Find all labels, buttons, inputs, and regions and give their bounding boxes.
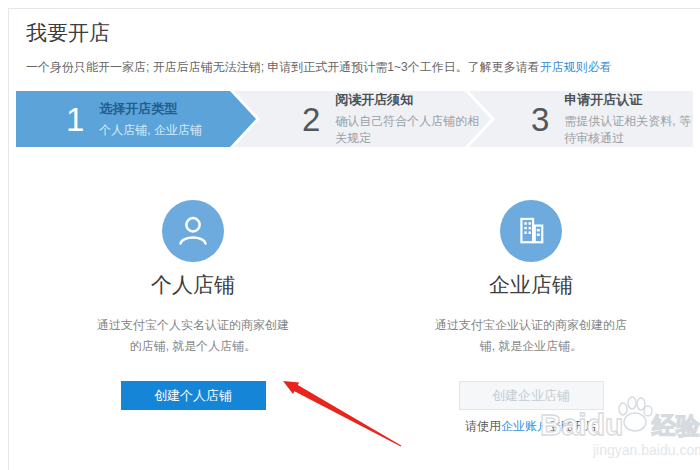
- person-icon: [162, 200, 224, 262]
- desc-line: 通过支付宝个人实名认证的商家创建: [53, 315, 333, 336]
- step-number: 3: [531, 103, 549, 136]
- shop-rules-link[interactable]: 开店规则必看: [540, 60, 612, 74]
- page-title: 我要开店: [26, 19, 110, 47]
- step-title: 选择开店类型: [99, 100, 202, 118]
- building-icon: [500, 200, 562, 262]
- step-subtitle: 个人店铺, 企业店铺: [99, 122, 202, 139]
- enterprise-login-note: 请使用企业账户登陆开店: [391, 418, 671, 435]
- progress-steps: 1 选择开店类型 个人店铺, 企业店铺 2 阅读开店须知 确认自己符合个人店铺的…: [16, 91, 693, 147]
- note-text: 登陆开店: [549, 419, 597, 433]
- content-panel: 我要开店 一个身份只能开一家店; 开店后店铺无法注销; 申请到正式开通预计需1~…: [8, 8, 700, 470]
- note-text: 请使用: [465, 419, 501, 433]
- personal-shop-title: 个人店铺: [53, 271, 333, 299]
- step-subtitle: 需提供认证相关资料, 等待审核通过: [564, 113, 693, 147]
- page-subtitle: 一个身份只能开一家店; 开店后店铺无法注销; 申请到正式开通预计需1~3个工作日…: [26, 59, 612, 76]
- step-number: 2: [302, 103, 320, 136]
- enterprise-shop-title: 企业店铺: [391, 271, 671, 299]
- desc-line: 通过支付宝企业认证的商家创建的店: [391, 315, 671, 336]
- page-subtitle-text: 一个身份只能开一家店; 开店后店铺无法注销; 申请到正式开通预计需1~3个工作日…: [26, 60, 540, 74]
- personal-shop-option: 个人店铺 通过支付宝个人实名认证的商家创建 的店铺, 就是个人店铺。 创建个人店…: [53, 200, 333, 410]
- desc-line: 铺, 就是企业店铺。: [391, 336, 671, 357]
- enterprise-account-link[interactable]: 企业账户: [501, 419, 549, 433]
- enterprise-shop-description: 通过支付宝企业认证的商家创建的店 铺, 就是企业店铺。: [391, 315, 671, 357]
- step-subtitle: 确认自己符合个人店铺的相关规定: [335, 113, 491, 147]
- enterprise-shop-option: 企业店铺 通过支付宝企业认证的商家创建的店 铺, 就是企业店铺。 创建企业店铺 …: [391, 200, 671, 435]
- step-title: 阅读开店须知: [335, 91, 491, 109]
- step-2-read-notice: 2 阅读开店须知 确认自己符合个人店铺的相关规定: [234, 91, 491, 147]
- step-3-apply-certification: 3 申请开店认证 需提供认证相关资料, 等待审核通过: [469, 91, 693, 147]
- personal-shop-description: 通过支付宝个人实名认证的商家创建 的店铺, 就是个人店铺。: [53, 315, 333, 357]
- create-enterprise-shop-button[interactable]: 创建企业店铺: [459, 381, 604, 410]
- step-title: 申请开店认证: [564, 91, 693, 109]
- step-number: 1: [66, 103, 84, 136]
- create-personal-shop-button[interactable]: 创建个人店铺: [121, 381, 266, 410]
- step-1-choose-type: 1 选择开店类型 个人店铺, 企业店铺: [16, 91, 256, 147]
- desc-line: 的店铺, 就是个人店铺。: [53, 336, 333, 357]
